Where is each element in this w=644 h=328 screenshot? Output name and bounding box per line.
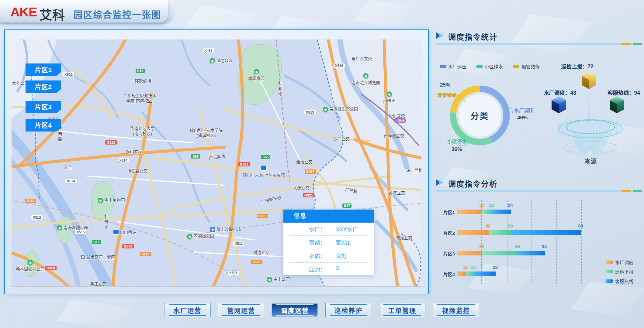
bar-legend-item: 水厂调度 [606, 259, 633, 265]
background-tile [353, 0, 413, 27]
map-label: 桂和路 [277, 81, 283, 97]
map-label: 狮山立交 [126, 148, 142, 154]
bottom-tab-bar: 水厂运营管网运营调度运营巡检养护工单管理视频监控 [164, 303, 479, 317]
map-label: X512 [63, 72, 74, 77]
analysis-panel-title: 调度指令分析 [448, 178, 497, 189]
bar-segment [457, 230, 489, 235]
bar-category-label: 片区3 [441, 250, 455, 257]
gridline [581, 200, 582, 284]
tab-水厂运营[interactable]: 水厂运营 [164, 303, 211, 317]
bar-chart: 片区1321224片区2402889片区3324534片区4111028水厂调度… [441, 197, 643, 292]
map-label: 沙涌立交 [333, 135, 350, 142]
bar-value-label: 32 [479, 244, 484, 249]
map-label: 博爱路立交 [127, 168, 148, 174]
map-label: S16 [92, 240, 101, 244]
legend-item: 小区停水 [476, 63, 503, 70]
bar-segment [482, 210, 492, 214]
donut-chart: 分类 25% 爆管维修 水厂调压 46% 小区停水 36% [436, 76, 546, 157]
map-label: 浔峰岗 [383, 91, 396, 104]
map-label: S113 [140, 252, 151, 256]
legend-item: 水厂调压 [440, 63, 466, 70]
map-label: X512 [31, 215, 43, 220]
bar-value-label: 12 [489, 203, 494, 208]
map[interactable]: 水韵公园X512白藤岗一环跨线桥S16X493湿地公园南国桃园桂和路X516里广… [12, 39, 421, 287]
map-label: S55 [261, 155, 270, 159]
map-label: 葛里 [64, 164, 72, 170]
bar-value-label: 28 [508, 223, 513, 228]
background-tile [56, 299, 132, 328]
page-title: 园区综合监控一张图 [74, 7, 161, 21]
map-label: S47 [342, 203, 351, 208]
bar-value-label: 28 [493, 265, 498, 270]
bar-segment [489, 230, 511, 235]
analysis-panel-rule [436, 190, 642, 192]
donut-pct-pressure: 46% [517, 115, 528, 121]
bar-value-label: 40 [486, 223, 491, 228]
map-label: 雅瑶立交 [296, 159, 313, 165]
gridline [556, 200, 557, 284]
bar-segment [457, 251, 482, 255]
sources-caption: 来源 [584, 157, 597, 165]
map-label: X508 [227, 270, 239, 275]
popup-row: 水质：良好 [290, 249, 367, 263]
bar-value-label: 24 [508, 203, 513, 208]
bar-value-label: 10 [471, 265, 476, 270]
map-label: G359 [45, 266, 57, 270]
map-label: S121 [251, 260, 262, 264]
bar-value-label: 89 [578, 223, 583, 228]
map-label: 孝德湖公园 [187, 233, 214, 239]
zone-button-3[interactable]: 片区3 [26, 101, 61, 113]
map-label: 展旗峰生态公园 [322, 106, 358, 112]
stats-panel-title: 调度指令统计 [448, 31, 497, 42]
map-label: X511 [233, 241, 244, 246]
stats-panel-rule [436, 43, 642, 45]
map-label: 沙贝立交 [389, 112, 405, 118]
legend-item: 爆管维修 [513, 63, 540, 70]
header-banner: AKE 艾科 园区综合监控一张图 [0, 0, 168, 23]
bar-segment [482, 251, 518, 255]
map-label: 广东轻工职业技术 学院(南海校区) [123, 94, 156, 104]
map-label: 佛山西站 [113, 229, 136, 235]
map-label: 华南师范大学 (南海校区) [130, 126, 155, 137]
map-label: S113 [25, 199, 36, 203]
donut-name-shutoff: 小区停水 [447, 137, 467, 145]
bar-category-label: 片区1 [441, 209, 455, 215]
tab-巡检养护[interactable]: 巡检养护 [325, 303, 372, 317]
map-label: 南海花卉博览园 [351, 73, 380, 85]
popup-rows: 水厂：XXX水厂泵站：泵站1水质：良好压力：3 [283, 223, 374, 275]
bar-segment [457, 210, 482, 214]
tab-管网运营[interactable]: 管网运营 [218, 303, 265, 317]
background-tile [509, 14, 591, 53]
bar-segment [474, 272, 496, 276]
map-label: 翰林湖农业公园 [16, 259, 45, 272]
tab-工单管理[interactable]: 工单管理 [379, 303, 426, 317]
map-info-popup[interactable]: 信息 水厂：XXX水厂泵站：泵站1水质：良好压力：3 [283, 210, 374, 275]
popup-row: 压力：3 [290, 263, 367, 275]
tab-调度运营[interactable]: 调度运营 [272, 303, 318, 317]
map-label: 务庄立交 [90, 281, 106, 287]
donut-pct-burst: 25% [440, 82, 450, 88]
panel-arrow-icon [436, 179, 445, 186]
popup-row: 泵站：泵站1 [290, 236, 367, 249]
map-label: 中山公园 [266, 276, 290, 282]
logo-aike: 艾科 [40, 5, 65, 23]
zone-button-2[interactable]: 片区2 [26, 80, 61, 93]
map-label: S55 [191, 154, 200, 159]
bar-segment [466, 272, 474, 276]
popup-title: 信息 [283, 210, 374, 223]
map-label: 6号线 [394, 118, 406, 123]
map-label: 黄岐立交 [389, 190, 405, 196]
popup-row: 水厂：XXX水厂 [290, 223, 367, 236]
zone-button-1[interactable]: 片区1 [26, 63, 61, 76]
map-label: 佛山植物园 [97, 197, 125, 203]
bar-value-label: 45 [515, 244, 520, 249]
zone-button-4[interactable]: 片区4 [26, 119, 61, 132]
bar-segment [518, 251, 545, 255]
logo-ake: AKE [10, 5, 37, 19]
tab-视频监控[interactable]: 视频监控 [433, 303, 479, 317]
map-label: G359 [122, 244, 134, 248]
map-label: 谢边立交 [253, 249, 269, 255]
map-label: G321 [303, 193, 314, 197]
map-label: 佛山沙堤机场 [210, 226, 241, 233]
donut-name-pressure: 水厂调压 [514, 106, 534, 114]
